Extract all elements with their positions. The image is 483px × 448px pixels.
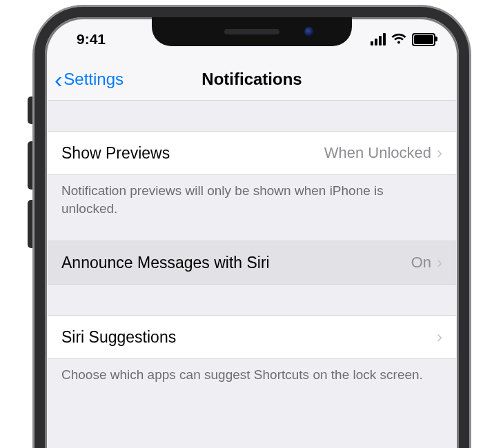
cell-label: Siri Suggestions xyxy=(61,328,437,347)
speaker-grille xyxy=(224,29,279,34)
show-previews-cell[interactable]: Show Previews When Unlocked › xyxy=(48,131,456,175)
back-button[interactable]: ‹ Settings xyxy=(48,68,124,91)
phone-frame: 9:41 ‹ xyxy=(21,7,462,448)
chevron-left-icon: ‹ xyxy=(55,68,62,91)
group-spacer xyxy=(48,101,456,131)
status-time: 9:41 xyxy=(77,31,106,48)
cell-label: Announce Messages with Siri xyxy=(61,254,411,272)
status-indicators xyxy=(371,33,435,46)
group-spacer xyxy=(48,285,456,315)
nav-bar: ‹ Settings Notifications xyxy=(48,59,456,101)
battery-icon xyxy=(412,33,435,46)
notch xyxy=(152,17,352,46)
siri-suggestions-cell[interactable]: Siri Suggestions › xyxy=(48,315,456,359)
siri-suggestions-footer: Choose which apps can suggest Shortcuts … xyxy=(48,359,456,384)
cell-value: On xyxy=(411,254,431,272)
screen: 9:41 ‹ xyxy=(48,20,456,448)
front-camera xyxy=(304,27,314,37)
show-previews-footer: Notification previews will only be shown… xyxy=(48,175,456,217)
chevron-right-icon: › xyxy=(437,327,442,347)
back-button-label: Settings xyxy=(63,70,124,89)
wifi-icon xyxy=(391,33,406,45)
cell-value: When Unlocked xyxy=(324,144,431,162)
phone-body: 9:41 ‹ xyxy=(34,7,469,448)
cellular-icon xyxy=(371,33,386,45)
announce-messages-cell[interactable]: Announce Messages with Siri On › xyxy=(48,241,456,285)
chevron-right-icon: › xyxy=(437,143,442,163)
group-spacer xyxy=(48,217,456,241)
chevron-right-icon: › xyxy=(437,253,442,272)
cell-label: Show Previews xyxy=(61,144,324,163)
